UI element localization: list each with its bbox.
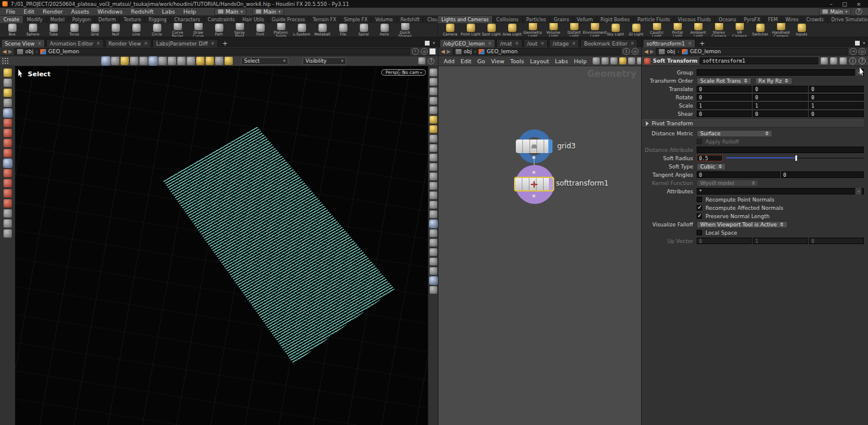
up-vector-z-field[interactable]: 0 — [809, 238, 864, 244]
lasso-select-icon[interactable] — [158, 57, 167, 65]
visualize-falloff-dropdown[interactable]: When Viewport Tool is Active — [697, 221, 788, 228]
kernel-function-dropdown[interactable]: Wyvill model — [697, 180, 759, 187]
select-groups-icon[interactable] — [225, 57, 233, 65]
shelf-tool[interactable]: Camera — [440, 24, 460, 37]
pane-maximize-icon[interactable] — [855, 41, 860, 46]
brush-select-icon[interactable] — [168, 57, 176, 65]
shelf-tool[interactable]: Handheld Camera — [771, 23, 791, 37]
close-button[interactable]: × — [856, 1, 861, 7]
shadows-icon[interactable] — [430, 135, 437, 142]
tangent-angle-a-field[interactable]: 0 — [697, 171, 780, 178]
shelf-tool[interactable]: Ambient Light — [688, 23, 708, 37]
shelf-tool[interactable]: Area Light — [502, 24, 522, 37]
back-button[interactable]: ◀ — [2, 49, 6, 54]
view-options-icon[interactable] — [430, 277, 437, 284]
select-vertices-icon[interactable] — [130, 57, 138, 65]
color-palette-icon[interactable] — [619, 57, 626, 64]
node-grid3[interactable] — [516, 139, 552, 153]
menu-item[interactable]: Edit — [457, 58, 474, 64]
menu-item[interactable]: File — [2, 8, 19, 15]
attributes-menu-icon[interactable]: ▾ — [855, 188, 862, 194]
home-view-icon[interactable] — [430, 69, 437, 76]
shelf-tool[interactable]: Point Light — [460, 24, 481, 37]
shelf-tool[interactable]: Geometry Light — [522, 23, 543, 37]
local-space-checkbox[interactable] — [697, 230, 702, 235]
recompute-affected-normals-checkbox[interactable] — [697, 205, 702, 210]
no-cam-pill[interactable]: No cam — [398, 69, 426, 76]
shelf-tool[interactable]: Font — [250, 24, 271, 37]
tab-close-icon[interactable] — [688, 41, 692, 46]
pane-tab[interactable]: Bookmark Editor — [580, 39, 638, 47]
menu-item[interactable]: Layout — [527, 58, 552, 64]
snap-grid-icon[interactable] — [4, 169, 12, 177]
shelf-tool[interactable]: Draw Curve — [188, 23, 209, 37]
shelf-tab[interactable]: Simple FX — [340, 16, 372, 23]
scale-z-field[interactable]: 1 — [809, 102, 864, 109]
shelf-tab[interactable]: Texture — [120, 16, 145, 23]
shelf-tool[interactable]: Box — [2, 24, 22, 37]
path-root[interactable]: obj — [667, 48, 675, 54]
shelf-tab[interactable]: Deform — [95, 16, 121, 23]
toolbar-help-icon[interactable]: ? — [428, 58, 434, 64]
select-mode-dropdown[interactable]: Select — [241, 57, 288, 65]
node-softtransform1[interactable] — [514, 177, 554, 192]
path-node[interactable]: GEO_lemon — [48, 48, 79, 54]
toolbar-options-icon[interactable] — [418, 57, 425, 64]
shelf-tool[interactable]: VR Camera — [729, 23, 750, 37]
new-tab-button[interactable]: + — [219, 40, 230, 47]
tangent-angle-b-field[interactable]: 0 — [781, 171, 864, 178]
back-button[interactable]: ◀ — [644, 49, 648, 54]
node-output-dot[interactable] — [532, 194, 535, 197]
shelf-tool[interactable]: Spiral — [353, 24, 374, 37]
shelf-tab[interactable]: Cloud FX — [424, 16, 437, 23]
shear-z-field[interactable]: 0 — [809, 111, 864, 117]
list-mode-icon[interactable] — [610, 57, 617, 64]
path-root[interactable]: obj — [464, 48, 472, 54]
desktop-dropdown[interactable]: Main▾ — [252, 8, 284, 15]
transform-order-dropdown[interactable]: Scale Rot Trans — [697, 77, 752, 85]
show-geometry-icon[interactable] — [4, 69, 12, 77]
menu-item[interactable]: Render — [38, 8, 67, 15]
tab-close-icon[interactable] — [211, 41, 215, 46]
back-button[interactable]: ◀ — [441, 49, 445, 54]
snap-curve-icon[interactable] — [4, 179, 12, 187]
select-points-icon[interactable] — [102, 57, 110, 65]
menu-item[interactable]: Edit — [19, 8, 38, 15]
shelf-tab[interactable]: Redshift — [397, 16, 424, 23]
path-field[interactable]: obj › GEO_lemon — [656, 48, 848, 55]
shelf-tool[interactable]: Environment Light — [584, 23, 605, 37]
shelf-tool[interactable]: Circle — [147, 24, 167, 37]
pane-tab[interactable]: Labs|Parameter Diff — [152, 39, 218, 47]
translate-x-field[interactable]: 0 — [697, 86, 752, 92]
headlight-icon[interactable] — [430, 116, 437, 124]
shelf-tool[interactable]: Curve Bezier — [167, 23, 188, 37]
view-pivot-icon[interactable] — [430, 97, 437, 105]
shelf-tool[interactable]: Path — [209, 24, 229, 37]
pose-tool-icon[interactable] — [4, 149, 12, 157]
follow-icon[interactable]: ◎ — [859, 48, 866, 55]
rotate-z-field[interactable]: 0 — [809, 94, 864, 100]
gear-icon[interactable] — [821, 57, 828, 64]
shelf-tab[interactable]: Terrain FX — [309, 16, 340, 23]
shelf-tab[interactable]: Modify — [24, 16, 47, 23]
prim-numbers-icon[interactable] — [430, 201, 437, 209]
follow-icon[interactable]: ◎ — [632, 48, 639, 55]
ruler-icon[interactable] — [430, 210, 437, 218]
shelf-tab[interactable]: Model — [47, 16, 69, 23]
shear-y-field[interactable]: 0 — [753, 111, 808, 117]
group-field[interactable]: ▾ — [697, 69, 864, 76]
pane-menu-icon[interactable] — [863, 41, 865, 46]
path-node[interactable]: GEO_lemon — [690, 48, 721, 54]
pin-icon[interactable]: → — [850, 48, 857, 55]
shelf-tab[interactable]: Crowds — [802, 16, 827, 23]
path-field[interactable]: obj › GEO_lemon — [453, 48, 621, 55]
shelf-tool[interactable]: Spot Light — [481, 24, 502, 37]
distance-attribute-field[interactable] — [697, 147, 864, 153]
maximize-button[interactable]: □ — [842, 1, 847, 7]
visualizers-icon[interactable] — [430, 220, 437, 228]
select-prims-icon[interactable] — [121, 57, 129, 65]
snapshot-icon[interactable]: ! — [412, 48, 419, 55]
translate-z-field[interactable]: 0 — [809, 86, 864, 92]
frame-selected-icon[interactable] — [430, 78, 437, 86]
new-tab-button[interactable]: + — [697, 40, 708, 47]
